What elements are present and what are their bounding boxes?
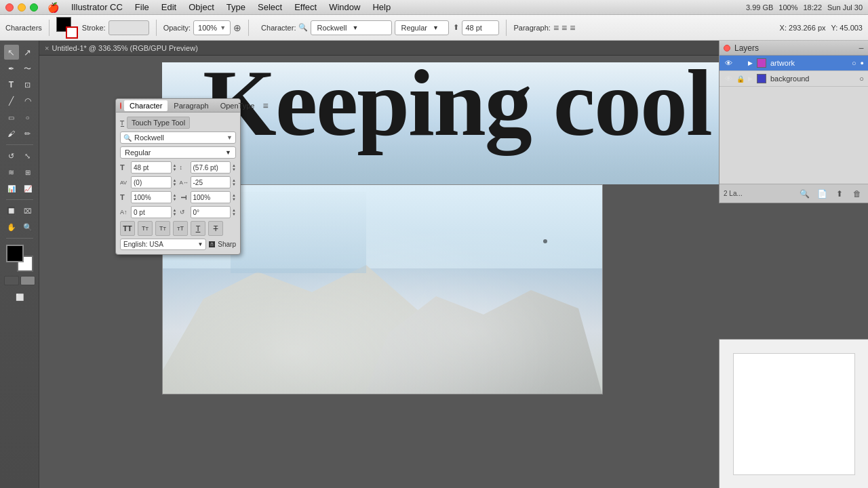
small-caps-button[interactable]: TT [138,221,153,236]
tab-opentype[interactable]: OpenType [215,100,260,111]
font-style-dropdown[interactable]: Regular ▼ [395,20,449,35]
screen-mode-button[interactable]: ⬜ [7,289,32,304]
tab-paragraph[interactable]: Paragraph [168,100,214,111]
layers-search-button[interactable]: 🔍 [797,187,811,201]
layers-close-button[interactable] [724,45,730,52]
menu-illustratorcc[interactable]: Illustrator CC [66,1,128,14]
layers-delete-button[interactable]: 🗑 [850,187,864,201]
underline-button[interactable]: T [191,221,205,236]
strikethrough-button[interactable]: T [208,221,223,236]
menu-window[interactable]: Window [323,1,366,14]
align-left-icon[interactable]: ≡ [553,22,559,33]
superscript-button[interactable]: TT [155,221,170,236]
font-size-stepper[interactable]: ▲ ▼ [173,163,177,171]
blend-tool[interactable]: ⌧ [20,203,35,218]
graph-tool[interactable]: 📊 [4,181,19,196]
foreground-swatch[interactable] [6,245,24,262]
tab-character[interactable]: Character [124,100,167,111]
menu-type[interactable]: Type [221,1,251,14]
leading-down[interactable]: ▼ [232,167,236,171]
layers-minimize-button[interactable]: − [859,43,864,54]
layer-artwork-lock[interactable] [736,58,745,68]
hand-tool[interactable]: ✋ [4,220,19,235]
font-size-down[interactable]: ▼ [173,167,177,171]
font-search-row[interactable]: 🔍 Rockwell ▼ [120,131,236,144]
font-style-dropdown[interactable]: Regular ▼ [120,146,236,159]
pen-tool[interactable]: ✒ [4,61,19,76]
vscale-metric-input[interactable]: 100% [191,191,231,203]
vscale-stepper[interactable]: ▲ ▼ [232,193,236,201]
character-panel-header[interactable]: Character Paragraph OpenType ≡ [116,99,240,113]
all-caps-button[interactable]: TT [120,221,135,236]
layer-background-action[interactable]: ○ [859,75,864,83]
layers-new-button[interactable]: 📄 [815,187,829,201]
rotation-down[interactable]: ▼ [232,212,236,216]
panel-menu-icon[interactable]: ≡ [262,100,268,111]
rotation-metric-input[interactable]: 0° [191,206,231,218]
type-tool[interactable]: T [4,77,19,92]
tracking-down[interactable]: ▼ [232,182,236,186]
stroke-mode[interactable] [20,276,35,285]
menu-effect[interactable]: Effect [289,1,322,14]
fill-mode[interactable] [4,276,19,285]
leading-stepper[interactable]: ▲ ▼ [232,163,236,171]
stroke-input[interactable] [108,20,149,35]
zoom-tool[interactable]: 🔍 [20,220,35,235]
layer-background-expand[interactable]: ▶ [748,75,753,82]
align-right-icon[interactable]: ≡ [570,22,575,33]
language-dropdown[interactable]: English: USA ▼ [120,239,206,250]
fill-stroke-swatches[interactable] [56,17,78,39]
tracking-metric-input[interactable]: -25 [191,176,231,188]
tracking-stepper[interactable]: ▲ ▼ [232,178,236,186]
opacity-dropdown[interactable]: 100% ▼ [193,20,231,35]
menu-file[interactable]: File [130,1,155,14]
curvature-tool[interactable]: 〜 [20,61,35,76]
stroke-swatch[interactable] [66,26,78,39]
direct-select-tool[interactable]: ↗ [20,45,35,60]
ellipse-tool[interactable]: ○ [20,110,35,125]
menu-object[interactable]: Object [183,1,220,14]
font-dropdown[interactable]: Rockwell ▼ [311,20,392,35]
rectangle-tool[interactable]: ▭ [4,110,19,125]
subscript-button[interactable]: TT [173,221,188,236]
layer-artwork-visibility[interactable]: 👁 [724,58,733,68]
layer-background[interactable]: 👁 🔒 ▶ background ○ [719,71,868,87]
baseline-stepper[interactable]: ▲ ▼ [173,208,177,216]
font-size-metric-input[interactable]: 48 pt [131,161,172,174]
vscale-down[interactable]: ▼ [232,197,236,201]
kerning-stepper[interactable]: ▲ ▼ [173,178,177,186]
line-tool[interactable]: ╱ [4,94,19,108]
eyedropper-tool[interactable]: 🔲 [4,203,19,218]
layer-artwork-expand[interactable]: ▶ [748,60,753,66]
free-transform-tool[interactable]: ⊞ [20,165,35,180]
layer-artwork-extra[interactable]: ● [861,60,864,66]
warp-tool[interactable]: ≋ [4,165,19,180]
rotation-stepper[interactable]: ▲ ▼ [232,208,236,216]
baseline-down[interactable]: ▼ [173,212,177,216]
maximize-button[interactable] [30,3,38,12]
scale-tool[interactable]: ⤡ [20,148,35,163]
selection-tool[interactable]: ↖ [4,45,19,60]
baseline-metric-input[interactable]: 0 pt [131,206,172,218]
menu-select[interactable]: Select [252,1,288,14]
rotate-tool[interactable]: ↺ [4,148,19,163]
align-center-icon[interactable]: ≡ [561,22,567,33]
touch-type-label[interactable]: Touch Type Tool [127,117,190,129]
paintbrush-tool[interactable]: 🖌 [4,126,19,141]
area-type-tool[interactable]: ⊡ [20,77,35,92]
kerning-metric-input[interactable]: (0) [131,176,172,188]
hscale-down[interactable]: ▼ [173,197,177,201]
column-graph-tool[interactable]: 📈 [20,181,35,196]
close-button[interactable] [5,3,14,12]
arc-tool[interactable]: ◠ [20,94,35,108]
pencil-tool[interactable]: ✏ [20,126,35,141]
layer-background-visibility[interactable]: 👁 [724,74,733,83]
menu-edit[interactable]: Edit [156,1,182,14]
hscale-stepper[interactable]: ▲ ▼ [173,193,177,201]
minimize-button[interactable] [18,3,26,12]
leading-metric-input[interactable]: (57.6 pt) [191,161,231,174]
font-size-input[interactable]: 48 pt [462,20,499,35]
layer-background-lock[interactable]: 🔒 [736,74,745,83]
layer-artwork-action[interactable]: ○ [852,59,856,67]
character-panel-close[interactable] [120,102,121,109]
